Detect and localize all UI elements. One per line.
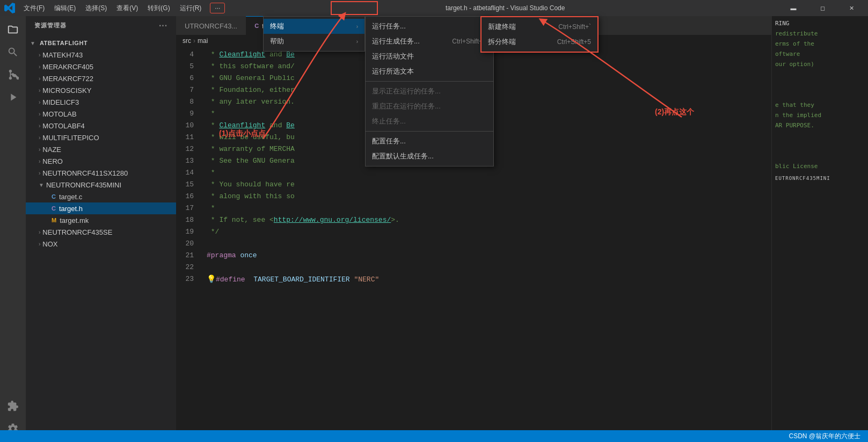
tree-item-neutronrcf435se[interactable]: › NEUTRONRCF435SE	[26, 226, 176, 238]
tree-item-midelicf3[interactable]: › MIDELICF3	[26, 96, 176, 108]
code-line-11: * will be useful, bu	[207, 132, 765, 143]
tree-item-motolabf4[interactable]: › MOTOLABF4	[26, 120, 176, 132]
file-label: target.h	[59, 205, 83, 213]
h-file-icon: C	[52, 205, 56, 212]
menu-select[interactable]: 选择(S)	[81, 3, 111, 14]
folder-label: NEUTRONRCF435SE	[42, 228, 112, 236]
terminal-top-menu[interactable]: 终端 › 帮助 ›	[263, 16, 365, 52]
menu-help-label: 帮助	[270, 37, 284, 46]
titlebar: 文件(F) 编辑(E) 选择(S) 查看(V) 转到(G) 运行(R) ··· …	[0, 0, 868, 16]
tree-item-motolab[interactable]: › MOTOLAB	[26, 108, 176, 120]
folder-chevron-icon: ›	[39, 241, 40, 247]
code-line-9: *	[207, 108, 765, 120]
maximize-button[interactable]: ◻	[810, 0, 835, 16]
folder-label: MERAKRCF722	[42, 75, 93, 83]
menu-run[interactable]: 运行(R)	[176, 3, 206, 14]
tree-item-matekh743[interactable]: › MATEKH743	[26, 49, 176, 61]
activity-run-icon[interactable]	[4, 88, 22, 106]
code-line-10: * Cleanflight and Be	[207, 120, 765, 132]
right-mini-line1: RING	[775, 18, 865, 28]
menu-view[interactable]: 查看(V)	[112, 3, 142, 14]
split-terminal-item[interactable]: 拆分终端 Ctrl+Shift+5	[482, 34, 597, 49]
right-mini-line4: oftware	[775, 49, 865, 59]
titlebar-extra-dots[interactable]: ···	[210, 3, 225, 13]
activity-extensions-icon[interactable]	[4, 397, 22, 415]
root-chevron-icon: ▼	[30, 40, 35, 46]
folder-label: NEUTRONRCF411SX1280	[42, 169, 128, 177]
code-line-7: * Foundation, either	[207, 84, 765, 96]
tree-item-naze[interactable]: › NAZE	[26, 143, 176, 155]
code-line-23: 💡#define TARGET_BOARD_IDENTIFIER "NERC"	[207, 273, 765, 285]
folder-chevron-icon: ›	[39, 158, 40, 164]
tree-item-microscisky[interactable]: › MICROSCISKY	[26, 84, 176, 96]
status-bar: CSDN @翁庆年的六便士	[0, 430, 868, 442]
tab-utronrcf43[interactable]: UTRONRCF43...	[176, 16, 246, 35]
folder-label: MOTOLABF4	[42, 122, 85, 130]
activity-bar	[0, 16, 26, 442]
right-mini-line7	[775, 79, 865, 90]
activity-git-icon[interactable]	[4, 66, 22, 84]
folder-label: MULTIFLITEPICO	[42, 134, 99, 142]
folder-label: MICROSCISKY	[42, 86, 91, 95]
code-line-12: * warranty of MERCHA	[207, 143, 765, 155]
main-layout: 资源管理器 ··· ▼ ATBETAFLIGHT › MATEKH743 › M…	[0, 16, 868, 442]
tree-item-targetmk[interactable]: M target.mk	[26, 214, 176, 226]
code-line-13: * See the GNU Genera	[207, 155, 765, 167]
mk-file-icon: M	[52, 217, 56, 223]
sidebar: 资源管理器 ··· ▼ ATBETAFLIGHT › MATEKH743 › M…	[26, 16, 176, 442]
right-mini-line10: n the implied	[775, 110, 865, 120]
new-terminal-label: 新建终端	[488, 22, 516, 32]
c-file-icon: C	[52, 193, 56, 200]
menu-item-terminal[interactable]: 终端 ›	[264, 19, 364, 34]
folder-label: NOX	[42, 240, 57, 248]
submenu-arrow-icon: ›	[356, 24, 358, 30]
right-mini-line12	[775, 131, 865, 141]
tab-label: UTRONRCF43...	[185, 22, 237, 30]
code-content[interactable]: * Cleanflight and Be * this software and…	[200, 47, 771, 442]
folder-chevron-icon: ›	[39, 99, 40, 105]
minimize-button[interactable]: ▬	[781, 0, 806, 16]
new-terminal-item[interactable]: 新建终端 Ctrl+Shift+`	[482, 19, 597, 34]
tree-item-multiflitepico[interactable]: › MULTIFLITEPICO	[26, 132, 176, 143]
folder-label: NERO	[42, 157, 63, 165]
new-terminal-shortcut: Ctrl+Shift+`	[558, 23, 591, 31]
close-button[interactable]: ✕	[839, 0, 864, 16]
breadcrumb-src: src	[183, 37, 191, 45]
activity-files-icon[interactable]	[4, 20, 22, 39]
status-csdn[interactable]: CSDN @翁庆年的六便士	[785, 430, 864, 442]
folder-chevron-icon: ›	[39, 170, 40, 176]
sidebar-menu-dots[interactable]: ···	[159, 21, 167, 31]
new-terminal-popup[interactable]: 新建终端 Ctrl+Shift+` 拆分终端 Ctrl+Shift+5	[480, 16, 599, 53]
folder-chevron-icon: ›	[39, 88, 40, 93]
code-line-21: #pragma once	[207, 250, 765, 262]
file-tree: ▼ ATBETAFLIGHT › MATEKH743 › MERAKRCF405…	[26, 35, 176, 252]
tree-root-folder[interactable]: ▼ ATBETAFLIGHT	[26, 37, 176, 49]
code-line-14: *	[207, 167, 765, 179]
tree-item-nox[interactable]: › NOX	[26, 238, 176, 250]
tree-item-targeth[interactable]: C target.h	[26, 202, 176, 214]
menu-item-help[interactable]: 帮助 ›	[264, 34, 364, 49]
menu-goto[interactable]: 转到(G)	[143, 3, 174, 14]
tree-item-nero[interactable]: › NERO	[26, 155, 176, 167]
line-numbers: 4 5 6 7 8 9 10 11 12 13 14 15 16 17 18 1…	[176, 47, 200, 442]
menu-edit[interactable]: 编辑(E)	[50, 3, 80, 14]
right-mini-line5: our option)	[775, 59, 865, 69]
breadcrumb-sep1: ›	[193, 37, 195, 45]
root-folder-label: ATBETAFLIGHT	[38, 40, 87, 46]
tree-item-neutronrcf435mini[interactable]: ▼ NEUTRONRCF435MINI	[26, 179, 176, 191]
activity-search-icon[interactable]	[4, 43, 22, 61]
folder-label: NEUTRONRCF435MINI	[46, 181, 121, 189]
tree-item-neutronrcf411[interactable]: › NEUTRONRCF411SX1280	[26, 167, 176, 179]
code-line-16: * along with this so	[207, 191, 765, 202]
folder-label: MIDELICF3	[42, 98, 79, 106]
menu-file[interactable]: 文件(F)	[19, 3, 49, 14]
sidebar-title: 资源管理器	[34, 21, 66, 30]
tab-file-icon: C	[254, 23, 259, 29]
right-mini-line2: redistribute	[775, 28, 865, 39]
tree-item-merakrcf405[interactable]: › MERAKRCF405	[26, 61, 176, 73]
file-label: target.c	[59, 193, 82, 201]
code-line-22	[207, 262, 765, 273]
tree-item-merakrcf722[interactable]: › MERAKRCF722	[26, 73, 176, 84]
right-mini-line6	[775, 69, 865, 79]
tree-item-targetc[interactable]: C target.c	[26, 191, 176, 202]
